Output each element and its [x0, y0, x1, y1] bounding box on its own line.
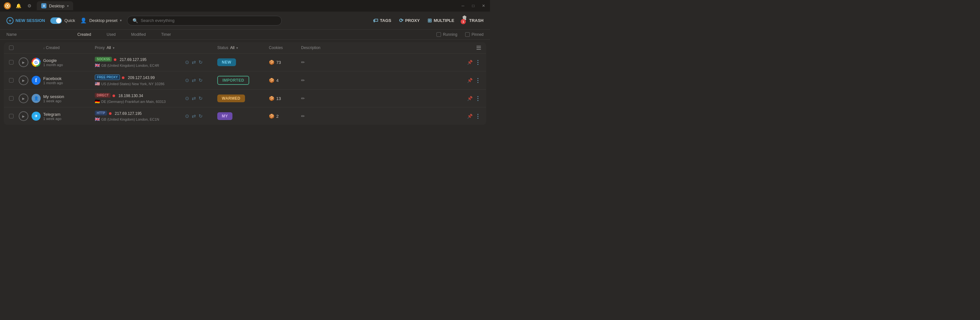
row-facebook-share-icon[interactable]: ⇄ — [192, 77, 196, 83]
close-button[interactable]: ✕ — [481, 3, 486, 8]
proxy-filter-dropdown-icon[interactable]: ▾ — [113, 46, 115, 50]
new-session-button[interactable]: + NEW SESSION — [6, 17, 45, 24]
col-created[interactable]: Created — [77, 32, 91, 37]
row-mysession-status-badge: WARMED — [217, 94, 245, 102]
tags-button[interactable]: 🏷 TAGS — [373, 18, 391, 24]
row-mysession-refresh-identity-icon[interactable]: ⊙ — [185, 96, 189, 101]
facebook-logo: f — [32, 76, 41, 85]
running-pinned-filters: Running Pinned — [436, 32, 484, 37]
th-checkbox[interactable] — [9, 46, 19, 50]
tags-icon: 🏷 — [373, 18, 378, 24]
col-name[interactable]: Name — [6, 32, 17, 37]
table-row: ▶ 👤 My session 1 week ago DIRECT 18.198.… — [4, 90, 486, 107]
trash-button[interactable]: 🗑 1 TRASH — [462, 15, 484, 26]
row-telegram-more-cell[interactable] — [474, 114, 481, 119]
row-telegram-share-icon[interactable]: ⇄ — [192, 113, 196, 119]
row-facebook-play-cell[interactable]: ▶ — [19, 75, 32, 85]
row-facebook-cookies-cell: 🍪 4 — [269, 78, 301, 83]
row-google-pin-cell[interactable]: 📌 — [465, 60, 474, 65]
pinned-label: Pinned — [472, 32, 484, 37]
gear-icon[interactable]: ⚙ — [26, 2, 33, 10]
new-session-label: NEW SESSION — [16, 18, 45, 23]
row-telegram-edit-icon[interactable]: ✏ — [301, 113, 305, 119]
row-google-name-inner: Google 1 month ago — [43, 58, 95, 67]
row-mysession-sync-icon[interactable]: ↻ — [199, 96, 203, 101]
pinned-filter[interactable]: Pinned — [465, 32, 484, 37]
row-facebook-play-button[interactable]: ▶ — [19, 75, 29, 85]
bell-icon[interactable]: 🔔 — [15, 2, 22, 10]
row-facebook-proxy-badge-row: FREE PROXY 209.127.143.99 — [95, 75, 185, 81]
row-mysession-checkbox-cell[interactable] — [9, 96, 19, 101]
tab-chevron-icon[interactable]: ▾ — [67, 4, 68, 8]
tags-label: TAGS — [380, 18, 391, 23]
quick-toggle[interactable] — [50, 18, 62, 24]
running-filter[interactable]: Running — [436, 32, 457, 37]
col-used[interactable]: Used — [107, 32, 116, 37]
row-google-sync-icon[interactable]: ↻ — [199, 59, 203, 65]
status-filter-dropdown-icon[interactable]: ▾ — [236, 46, 238, 50]
row-telegram-checkbox[interactable] — [9, 114, 14, 118]
row-google-play-button[interactable]: ▶ — [19, 57, 29, 67]
minimize-button[interactable]: ─ — [460, 3, 466, 8]
th-cookies: Cookies — [269, 46, 301, 50]
select-all-checkbox[interactable] — [9, 46, 14, 50]
row-mysession-checkbox[interactable] — [9, 96, 14, 101]
th-status[interactable]: Status All ▾ — [217, 46, 269, 50]
row-google-share-icon[interactable]: ⇄ — [192, 59, 196, 65]
row-mysession-pin-cell[interactable]: 📌 — [465, 96, 474, 101]
row-google-checkbox[interactable] — [9, 60, 14, 65]
row-facebook-edit-icon[interactable]: ✏ — [301, 78, 305, 83]
row-telegram-pin-cell[interactable]: 📌 — [465, 113, 474, 119]
search-bar[interactable]: 🔍 — [127, 16, 282, 25]
row-telegram-pin-icon[interactable]: 📌 — [467, 113, 473, 119]
th-proxy[interactable]: Proxy All ▾ — [95, 46, 185, 50]
row-facebook-sync-icon[interactable]: ↻ — [199, 77, 203, 83]
th-description: Description — [301, 46, 461, 50]
row-facebook-checkbox[interactable] — [9, 78, 14, 83]
google-g-letter: G — [33, 59, 39, 65]
proxy-button[interactable]: ⟳ PROXY — [399, 18, 420, 24]
col-modified[interactable]: Modified — [131, 32, 146, 37]
search-input[interactable] — [140, 18, 276, 23]
row-mysession-play-cell[interactable]: ▶ — [19, 94, 32, 103]
row-google-play-cell[interactable]: ▶ — [19, 57, 32, 67]
row-mysession-more-icon[interactable] — [477, 96, 478, 101]
row-facebook-pin-icon[interactable]: 📌 — [467, 78, 473, 83]
row-mysession-more-cell[interactable] — [474, 96, 481, 101]
multiple-button[interactable]: ⊞ MULTIPLE — [428, 18, 454, 24]
desktop-preset-button[interactable]: 👤 Desktop preset ▾ — [80, 18, 122, 24]
row-google-ip: 217.69.127.195 — [119, 57, 146, 62]
row-telegram-sync-icon[interactable]: ↻ — [199, 113, 203, 119]
row-telegram-refresh-identity-icon[interactable]: ⊙ — [185, 113, 189, 119]
row-mysession-pin-icon[interactable]: 📌 — [467, 96, 473, 101]
row-facebook-more-cell[interactable] — [474, 78, 481, 83]
row-telegram-play-button[interactable]: ▶ — [19, 111, 29, 121]
running-checkbox[interactable] — [436, 32, 441, 37]
row-mysession-play-button[interactable]: ▶ — [19, 94, 29, 103]
row-mysession-edit-icon[interactable]: ✏ — [301, 96, 305, 101]
row-telegram-checkbox-cell[interactable] — [9, 114, 19, 118]
row-telegram-proxy-cell: HTTP 217.69.127.195 🇬🇧 GB (United Kingdo… — [95, 111, 185, 122]
column-settings-icon[interactable] — [476, 46, 481, 50]
row-facebook-pin-cell[interactable]: 📌 — [465, 78, 474, 83]
row-facebook-refresh-identity-icon[interactable]: ⊙ — [185, 77, 189, 83]
desktop-tab[interactable]: 🖥 Desktop ▾ — [37, 1, 73, 10]
th-name[interactable]: ↓ Created — [43, 46, 95, 50]
col-timer[interactable]: Timer — [161, 32, 171, 37]
row-google-more-cell[interactable] — [474, 60, 481, 65]
preset-chevron-icon: ▾ — [120, 18, 122, 22]
row-google-more-icon[interactable] — [477, 60, 478, 65]
row-telegram-more-icon[interactable] — [477, 114, 478, 119]
row-telegram-play-cell[interactable]: ▶ — [19, 111, 32, 121]
row-mysession-share-icon[interactable]: ⇄ — [192, 96, 196, 101]
row-google-refresh-identity-icon[interactable]: ⊙ — [185, 59, 189, 65]
pinned-checkbox[interactable] — [465, 32, 470, 37]
row-google-checkbox-cell[interactable] — [9, 60, 19, 65]
row-google-edit-icon[interactable]: ✏ — [301, 60, 305, 65]
row-telegram-location: 🇬🇧 GB (United Kingdom) London, EC1N — [95, 117, 185, 122]
row-google-pin-icon[interactable]: 📌 — [467, 60, 473, 65]
row-facebook-checkbox-cell[interactable] — [9, 78, 19, 83]
row-telegram-status-badge: MY — [217, 112, 232, 120]
maximize-button[interactable]: □ — [471, 3, 476, 8]
row-facebook-more-icon[interactable] — [477, 78, 478, 83]
